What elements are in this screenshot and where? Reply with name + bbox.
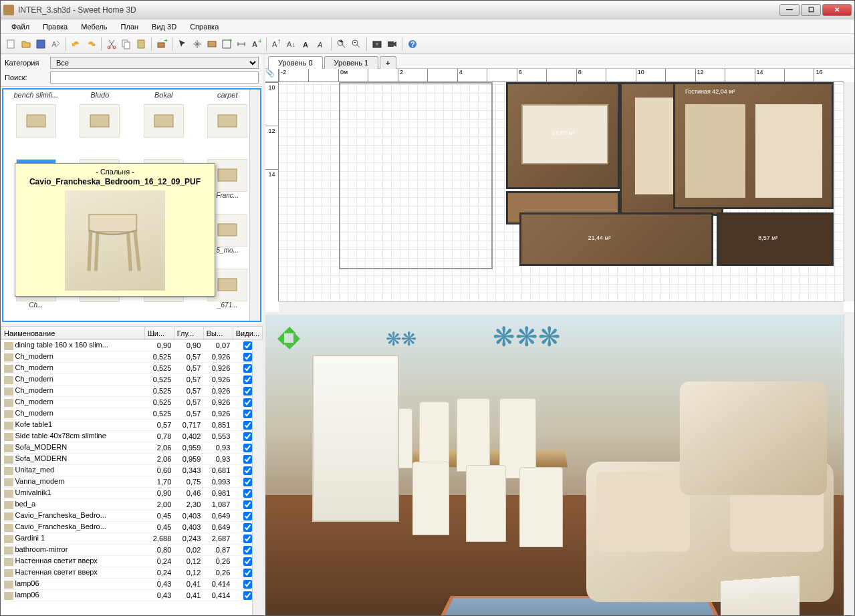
visibility-checkbox[interactable] xyxy=(243,398,252,407)
close-button[interactable]: ✕ xyxy=(822,4,852,16)
open-icon[interactable] xyxy=(19,37,33,51)
help-icon[interactable]: ? xyxy=(406,37,419,51)
visibility-checkbox[interactable] xyxy=(243,466,252,475)
furniture-table-scrollbar[interactable] xyxy=(252,340,263,615)
table-row[interactable]: Ch_modern0,5250,570,926 xyxy=(1,374,263,386)
catalog-item[interactable]: bench slimli... xyxy=(5,91,68,144)
tab-add-level[interactable]: + xyxy=(380,56,396,69)
menu-plan[interactable]: План xyxy=(114,21,146,33)
view3d-scrollbar[interactable] xyxy=(844,315,854,615)
search-input[interactable] xyxy=(50,71,259,84)
table-row[interactable]: Cavio_Francheska_Bedro...0,450,4030,649 xyxy=(1,510,263,522)
plan-area[interactable]: 📎 -20м246810121416 101214 14,87 м² xyxy=(265,69,854,312)
text-italic-icon[interactable]: A xyxy=(314,37,328,51)
column-header[interactable]: Ши... xyxy=(144,327,174,340)
table-row[interactable]: Unitaz_med0,600,3430,681 xyxy=(1,465,263,476)
undo-icon[interactable] xyxy=(70,37,83,51)
menu-edit[interactable]: Правка xyxy=(36,21,74,33)
catalog-item[interactable]: Bludo xyxy=(69,91,132,144)
table-row[interactable]: Cavio_Francheska_Bedro...0,450,4030,649 xyxy=(1,522,263,533)
cut-icon[interactable] xyxy=(105,37,118,51)
menu-help[interactable]: Справка xyxy=(183,21,225,33)
create-photo-icon[interactable] xyxy=(370,37,384,51)
visibility-checkbox[interactable] xyxy=(243,546,252,555)
nav-compass[interactable] xyxy=(271,320,307,356)
table-row[interactable]: bed_a2,002,301,087 xyxy=(1,499,263,510)
visibility-checkbox[interactable] xyxy=(243,534,252,543)
text-bold-icon[interactable]: A xyxy=(299,37,313,51)
tab-level-1[interactable]: Уровень 1 xyxy=(324,56,379,69)
maximize-button[interactable]: ☐ xyxy=(801,4,821,16)
visibility-checkbox[interactable] xyxy=(243,591,252,600)
view-3d[interactable]: ❋❋❋ ❋❋ xyxy=(265,315,854,615)
visibility-checkbox[interactable] xyxy=(243,489,252,498)
visibility-checkbox[interactable] xyxy=(243,387,252,396)
category-select[interactable]: Все xyxy=(50,57,259,69)
redo-icon[interactable] xyxy=(84,37,98,51)
zoom-in-icon[interactable]: + xyxy=(335,37,348,51)
pan-icon[interactable] xyxy=(191,37,204,51)
text-size-up-icon[interactable]: A↑ xyxy=(270,37,283,51)
create-walls-icon[interactable] xyxy=(205,37,219,51)
catalog-scrollbar[interactable] xyxy=(249,90,260,321)
visibility-checkbox[interactable] xyxy=(243,353,252,361)
table-row[interactable]: Side table 40x78cm slimline0,780,4020,55… xyxy=(1,431,263,442)
column-header[interactable]: Види... xyxy=(233,327,262,340)
visibility-checkbox[interactable] xyxy=(243,432,252,441)
table-row[interactable]: bathroom-mirror0,800,020,87 xyxy=(1,545,263,556)
new-icon[interactable] xyxy=(5,37,18,51)
zoom-out-icon[interactable]: - xyxy=(350,37,363,51)
table-row[interactable]: Kofe table10,570,7170,851 xyxy=(1,420,263,431)
visibility-checkbox[interactable] xyxy=(243,569,252,577)
visibility-checkbox[interactable] xyxy=(243,421,252,430)
visibility-checkbox[interactable] xyxy=(243,341,252,350)
table-row[interactable]: Ch_modern0,5250,570,926 xyxy=(1,363,263,374)
column-header[interactable]: Вы... xyxy=(203,327,233,340)
preferences-icon[interactable] xyxy=(49,37,62,51)
table-row[interactable]: Настенная светит вверх0,240,120,26 xyxy=(1,567,263,579)
visibility-checkbox[interactable] xyxy=(243,455,252,464)
create-room-icon[interactable]: + xyxy=(220,37,233,51)
save-icon[interactable] xyxy=(34,37,47,51)
select-icon[interactable] xyxy=(176,37,189,51)
visibility-checkbox[interactable] xyxy=(243,523,252,532)
create-video-icon[interactable] xyxy=(385,37,398,51)
visibility-checkbox[interactable] xyxy=(243,375,252,384)
nav-left-icon[interactable] xyxy=(271,332,284,345)
create-dimension-icon[interactable] xyxy=(235,37,248,51)
table-row[interactable]: Ch_modern0,5250,570,926 xyxy=(1,351,263,363)
menu-furniture[interactable]: Мебель xyxy=(74,21,114,33)
table-row[interactable]: Umivalnik10,900,460,981 xyxy=(1,488,263,499)
add-furniture-icon[interactable]: + xyxy=(155,37,168,51)
nav-right-icon[interactable] xyxy=(293,332,307,345)
plan-vscrollbar[interactable] xyxy=(844,82,854,301)
visibility-checkbox[interactable] xyxy=(243,444,252,452)
catalog-item[interactable]: Bokal xyxy=(132,91,195,144)
visibility-checkbox[interactable] xyxy=(243,557,252,566)
table-row[interactable]: lamp060,430,410,414 xyxy=(1,590,263,601)
table-row[interactable]: dining table 160 x 160 slim...0,900,900,… xyxy=(1,340,263,351)
table-row[interactable]: Ch_modern0,5250,570,926 xyxy=(1,386,263,397)
copy-icon[interactable] xyxy=(120,37,133,51)
visibility-checkbox[interactable] xyxy=(243,580,252,589)
minimize-button[interactable]: — xyxy=(779,4,800,16)
table-row[interactable]: Gardini 12,6880,2432,687 xyxy=(1,533,263,545)
column-header[interactable]: Наименование xyxy=(1,327,145,340)
visibility-checkbox[interactable] xyxy=(243,410,252,418)
plan-canvas[interactable]: 14,87 м² Гостиная 42,04 м² 21,44 м² xyxy=(279,82,844,301)
plan-hscrollbar[interactable] xyxy=(279,301,844,312)
table-row[interactable]: Sofa_MODERN2,060,9590,93 xyxy=(1,454,263,465)
visibility-checkbox[interactable] xyxy=(243,478,252,486)
table-row[interactable]: Vanna_modern1,700,750,993 xyxy=(1,476,263,488)
visibility-checkbox[interactable] xyxy=(243,512,252,520)
visibility-checkbox[interactable] xyxy=(243,500,252,509)
create-text-icon[interactable]: A+ xyxy=(249,37,263,51)
menu-3dview[interactable]: Вид 3D xyxy=(145,21,183,33)
table-row[interactable]: Ch_modern0,5250,570,926 xyxy=(1,408,263,420)
table-row[interactable]: Ch_modern0,5250,570,926 xyxy=(1,397,263,408)
table-row[interactable]: lamp060,430,410,414 xyxy=(1,579,263,590)
table-row[interactable]: Sofa_MODERN2,060,9590,93 xyxy=(1,442,263,454)
nav-up-icon[interactable] xyxy=(283,320,296,333)
menu-file[interactable]: Файл xyxy=(5,21,36,33)
table-row[interactable]: Настенная светит вверх0,240,120,26 xyxy=(1,556,263,567)
